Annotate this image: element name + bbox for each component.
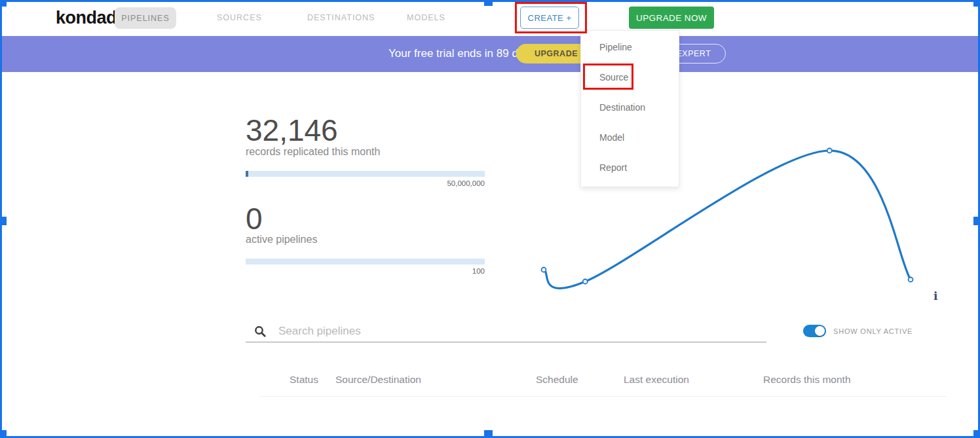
show-only-active-label: SHOW ONLY ACTIVE: [833, 327, 913, 335]
active-pipelines-label: active pipelines: [246, 234, 317, 246]
create-button[interactable]: CREATE +: [520, 7, 579, 29]
pipelines-progress-max: 100: [419, 267, 485, 275]
column-header-last-execution: Last execution: [624, 374, 689, 386]
create-dropdown-menu: Pipeline Source Destination Model Report: [580, 30, 679, 187]
menu-item-model[interactable]: Model: [581, 122, 679, 153]
table-header-divider: [259, 396, 947, 397]
chart-point: [583, 280, 588, 284]
menu-item-source[interactable]: Source: [581, 62, 679, 92]
column-header-source-destination: Source/Destination: [335, 374, 421, 386]
selection-handle-bottom-right: [973, 430, 980, 438]
active-pipelines-value: 0: [246, 201, 263, 236]
tab-models[interactable]: MODELS: [407, 13, 445, 22]
selection-handle-middle-left: [0, 217, 7, 225]
search-icon: [254, 325, 267, 338]
menu-item-report[interactable]: Report: [581, 153, 679, 183]
menu-item-pipeline[interactable]: Pipeline: [581, 32, 679, 62]
chart-point: [909, 278, 913, 282]
selection-handle-bottom-center: [484, 430, 493, 438]
tab-destinations[interactable]: DESTINATIONS: [307, 13, 375, 22]
trial-message: Your free trial ends in 89 days: [388, 47, 535, 60]
upgrade-now-button[interactable]: UPGRADE NOW: [629, 7, 714, 29]
column-header-records-this-month: Records this month: [763, 374, 851, 386]
records-progress-max: 50,000,000: [419, 179, 485, 187]
column-header-status: Status: [290, 374, 318, 386]
chart-point: [827, 149, 832, 153]
info-icon[interactable]: i: [933, 289, 937, 302]
chart-point: [542, 268, 546, 272]
selection-handle-middle-right: [973, 217, 980, 225]
records-replicated-label: records replicated this month: [246, 146, 380, 158]
records-replicated-value: 32,146: [246, 113, 338, 148]
toggle-knob: [815, 326, 825, 336]
menu-item-destination[interactable]: Destination: [581, 92, 679, 122]
tab-sources[interactable]: SOURCES: [217, 13, 262, 22]
trial-banner: Your free trial ends in 89 days UPGRADE …: [0, 36, 980, 72]
top-nav: kondado PIPELINES SOURCES DESTINATIONS M…: [0, 0, 980, 36]
selection-handle-bottom-left: [0, 430, 7, 438]
pipelines-progress-bar: [246, 259, 485, 265]
records-progress-bar: [246, 171, 485, 177]
search-input[interactable]: [278, 323, 750, 340]
app-window: kondado PIPELINES SOURCES DESTINATIONS M…: [0, 0, 980, 438]
tab-pipelines[interactable]: PIPELINES: [115, 7, 176, 29]
show-only-active-toggle[interactable]: [803, 325, 826, 337]
records-progress-fill: [246, 171, 248, 177]
column-header-schedule: Schedule: [536, 374, 578, 386]
